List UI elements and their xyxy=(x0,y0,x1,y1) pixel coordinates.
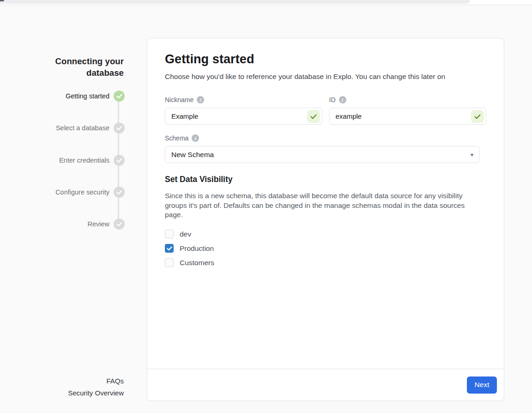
check-icon xyxy=(114,91,125,102)
check-icon xyxy=(114,219,125,230)
step-label: Select a database xyxy=(56,124,109,132)
schema-select[interactable]: New Schema ▾ xyxy=(165,146,480,163)
step-label: Configure security xyxy=(55,188,109,196)
window-titlebar-fragment xyxy=(0,0,470,4)
step-label: Review xyxy=(87,220,109,228)
checkbox-unchecked[interactable] xyxy=(165,230,174,238)
valid-check-icon xyxy=(307,110,320,123)
getting-started-card: Getting started Choose how you'd like to… xyxy=(147,38,504,401)
schema-label: Schema xyxy=(165,134,188,142)
visibility-group-list: dev Production Customers xyxy=(165,230,486,267)
step-label: Enter credentials xyxy=(59,157,109,164)
visibility-group-customers[interactable]: Customers xyxy=(165,258,486,267)
faqs-link[interactable]: FAQs xyxy=(41,375,124,387)
visibility-group-dev[interactable]: dev xyxy=(165,230,486,239)
page-title: Getting started xyxy=(165,52,486,67)
checkbox-label: Customers xyxy=(180,259,214,267)
nickname-label: Nickname xyxy=(165,96,193,103)
checkbox-label: Production xyxy=(180,244,214,253)
id-field[interactable] xyxy=(329,108,487,125)
window-top-edge xyxy=(0,0,532,5)
next-button[interactable]: Next xyxy=(467,377,497,394)
info-icon[interactable]: i xyxy=(339,96,346,103)
visibility-group-production[interactable]: Production xyxy=(165,244,486,253)
step-label: Getting started xyxy=(66,92,109,100)
data-visibility-description: Since this is a new schema, this databas… xyxy=(165,191,484,220)
checkbox-unchecked[interactable] xyxy=(165,258,174,267)
check-icon xyxy=(114,187,125,198)
checkbox-label: dev xyxy=(180,230,191,238)
security-overview-link[interactable]: Security Overview xyxy=(41,387,124,399)
chevron-down-icon: ▾ xyxy=(471,152,473,158)
valid-check-icon xyxy=(471,110,484,123)
checkbox-checked[interactable] xyxy=(165,244,174,253)
stepper-item-review[interactable]: Review xyxy=(0,219,125,230)
nickname-field[interactable] xyxy=(165,108,322,125)
page-subtitle: Choose how you'd like to reference your … xyxy=(165,73,486,81)
schema-select-value: New Schema xyxy=(171,151,214,159)
card-footer: Next xyxy=(147,369,504,401)
check-icon xyxy=(114,122,125,134)
check-icon xyxy=(114,155,125,166)
info-icon[interactable]: i xyxy=(192,134,199,142)
info-icon[interactable]: i xyxy=(197,96,204,103)
data-visibility-heading: Set Data Visibility xyxy=(165,175,486,184)
sidebar-footer-links: FAQs Security Overview xyxy=(41,375,124,399)
stepper-item-configure-security[interactable]: Configure security xyxy=(0,187,125,198)
stepper-item-getting-started[interactable]: Getting started xyxy=(0,91,125,102)
id-label: ID xyxy=(329,96,336,103)
stepper-item-enter-credentials[interactable]: Enter credentials xyxy=(0,155,125,166)
stepper-item-select-database[interactable]: Select a database xyxy=(0,122,125,134)
wizard-title: Connecting your database xyxy=(41,55,124,79)
